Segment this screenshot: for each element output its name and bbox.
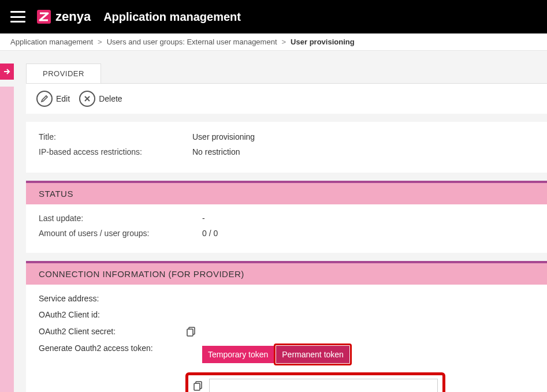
status-body: Last update: - Amount of users / user gr… xyxy=(26,204,547,253)
client-id-label: OAuth2 Client id: xyxy=(39,310,186,319)
status-header: STATUS xyxy=(26,183,547,204)
client-secret-label: OAuth2 Client secret: xyxy=(39,327,186,336)
edit-button[interactable]: Edit xyxy=(36,91,70,107)
ip-label: IP-based access restrictions: xyxy=(39,147,192,156)
toolbar: Edit Delete xyxy=(26,83,547,114)
app-title: Application management xyxy=(103,10,241,24)
menu-icon[interactable] xyxy=(10,11,25,23)
tab-provider[interactable]: PROVIDER xyxy=(26,64,101,83)
user-count-label: Amount of users / user groups: xyxy=(39,229,202,238)
last-update-label: Last update: xyxy=(39,214,202,223)
breadcrumb-link[interactable]: Users and user groups: External user man… xyxy=(107,38,277,46)
copy-secret-button[interactable] xyxy=(186,326,196,337)
pencil-icon xyxy=(36,91,53,107)
generate-token-label: Generate Oauth2 access token: xyxy=(39,344,202,353)
permanent-token-button[interactable]: Permanent token xyxy=(276,346,349,363)
brand-logo[interactable]: zenya xyxy=(36,9,91,25)
svg-rect-2 xyxy=(187,329,193,336)
tab-row: PROVIDER xyxy=(26,64,547,83)
sidebar-expand-button[interactable] xyxy=(0,64,14,80)
temporary-token-button[interactable]: Temporary token xyxy=(202,346,274,363)
brand-name: zenya xyxy=(55,9,91,24)
details-panel: Title: User provisioning IP-based access… xyxy=(26,122,547,173)
service-address-label: Service address: xyxy=(39,294,186,303)
delete-label: Delete xyxy=(99,94,122,103)
breadcrumb-link[interactable]: Application management xyxy=(10,38,93,46)
connection-header: CONNECTION INFORMATION (FOR PROVIDER) xyxy=(26,263,547,285)
arrow-right-icon xyxy=(3,68,11,76)
logo-mark-icon xyxy=(36,9,52,25)
title-value: User provisioning xyxy=(192,132,255,141)
permanent-token-highlight: Permanent token xyxy=(274,344,352,365)
user-count-value: 0 / 0 xyxy=(202,229,218,238)
breadcrumb-separator: > xyxy=(98,38,102,46)
top-bar: zenya Application management xyxy=(0,0,547,33)
copy-icon xyxy=(193,380,203,391)
content-area: PROVIDER Edit Delete Title: User provisi… xyxy=(0,51,547,392)
edit-label: Edit xyxy=(56,94,70,103)
connection-body: Service address: OAuth2 Client id: OAuth… xyxy=(26,285,547,392)
close-icon xyxy=(79,91,95,107)
last-update-value: - xyxy=(202,214,205,223)
sidebar-strip xyxy=(0,87,14,392)
copy-icon xyxy=(186,326,196,337)
token-output-input[interactable] xyxy=(209,379,438,392)
breadcrumb: Application management > Users and user … xyxy=(0,33,547,51)
copy-token-button[interactable] xyxy=(193,380,203,391)
ip-value: No restriction xyxy=(192,147,240,156)
title-label: Title: xyxy=(39,132,192,141)
delete-button[interactable]: Delete xyxy=(79,91,122,107)
token-output-highlight xyxy=(185,372,445,392)
breadcrumb-current: User provisioning xyxy=(291,38,355,46)
breadcrumb-separator: > xyxy=(282,38,286,46)
svg-rect-4 xyxy=(194,383,200,390)
